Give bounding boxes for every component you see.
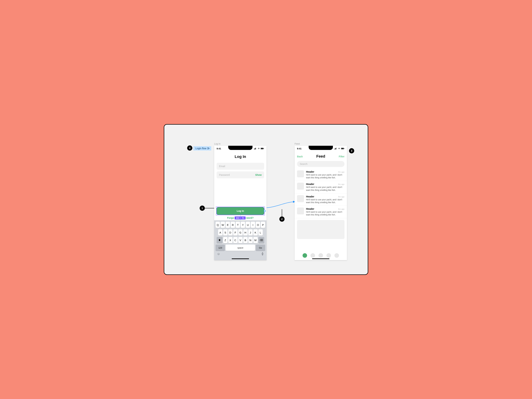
go-key[interactable]: Go: [256, 245, 265, 251]
svg-rect-11: [335, 148, 335, 149]
callout-1-line: [205, 208, 215, 208]
svg-rect-5: [256, 148, 256, 149]
battery-icon: [261, 148, 264, 149]
status-time: 9:41: [217, 147, 221, 150]
feed-item-time: 8m ago: [338, 171, 344, 173]
wifi-icon: [258, 148, 260, 149]
feed-thumb: [297, 170, 304, 177]
key-j[interactable]: J: [248, 229, 253, 235]
key-d[interactable]: D: [228, 229, 233, 235]
search-input[interactable]: Search: [297, 161, 344, 167]
selection-handle-ne[interactable]: [263, 206, 265, 208]
feed-frame[interactable]: 9:41 Back Feed Filter Search Header8m ag…: [295, 146, 347, 260]
dimension-badge: 343 × 51: [235, 216, 246, 219]
key-c[interactable]: C: [233, 237, 238, 243]
callout-3: 3: [349, 148, 354, 153]
key-l[interactable]: L: [258, 229, 263, 235]
key-w[interactable]: W: [221, 222, 225, 228]
key-g[interactable]: G: [238, 229, 243, 235]
key-t[interactable]: T: [236, 222, 240, 228]
key-v[interactable]: V: [238, 237, 243, 243]
forgot-password-link[interactable]: Forgo 343 × 51 word?: [214, 216, 266, 219]
feed-item-header: Header: [306, 195, 314, 198]
feed-item-body: He'll want to use your yacht, and I don'…: [306, 211, 344, 216]
tab-1[interactable]: [303, 253, 307, 258]
feed-item[interactable]: Header8m agoHe'll want to use your yacht…: [295, 193, 347, 206]
key-k[interactable]: K: [253, 229, 258, 235]
key-x[interactable]: X: [228, 237, 233, 243]
key-q[interactable]: Q: [215, 222, 220, 228]
email-field[interactable]: Email: [217, 163, 264, 170]
prototype-node[interactable]: [264, 210, 266, 212]
key-s[interactable]: S: [223, 229, 228, 235]
mic-icon[interactable]: [261, 252, 264, 256]
selection-handle-se[interactable]: [263, 214, 265, 215]
tab-5[interactable]: [335, 253, 339, 258]
play-icon: [207, 147, 209, 149]
phone-notch: [228, 146, 253, 150]
feed-thumb: [297, 195, 304, 202]
key-y[interactable]: Y: [241, 222, 245, 228]
signal-icon: [335, 148, 337, 149]
ios-keyboard: QWERTYUIOP ASDFGHJKL ZXCVBNM 123 space G…: [214, 220, 266, 260]
login-frame[interactable]: 9:41 Log In Email Password Show Log In F…: [214, 146, 266, 260]
backspace-key[interactable]: [258, 237, 264, 243]
key-h[interactable]: H: [243, 229, 248, 235]
shift-icon: [218, 239, 221, 241]
shift-key[interactable]: [217, 237, 222, 243]
key-f[interactable]: F: [233, 229, 238, 235]
tab-4[interactable]: [326, 253, 331, 258]
emoji-icon[interactable]: ☺: [217, 252, 220, 256]
feed-item-body: He'll want to use your yacht, and I don'…: [306, 198, 344, 204]
key-e[interactable]: E: [226, 222, 230, 228]
key-a[interactable]: A: [218, 229, 222, 235]
feed-item-body: He'll want to use your yacht, and I don'…: [306, 173, 344, 179]
feed-item-header: Header: [306, 170, 314, 173]
feed-item[interactable]: Header8m agoHe'll want to use your yacht…: [295, 169, 347, 181]
key-r[interactable]: R: [231, 222, 235, 228]
numeric-key[interactable]: 123: [215, 245, 225, 251]
wifi-icon: [338, 148, 340, 149]
back-link[interactable]: Back: [297, 155, 303, 158]
key-n[interactable]: N: [248, 237, 253, 243]
show-password-link[interactable]: Show: [255, 173, 262, 176]
feed-item-time: 8m ago: [338, 183, 344, 185]
key-o[interactable]: O: [256, 222, 260, 228]
tab-2[interactable]: [310, 253, 315, 258]
feed-item-header: Header: [306, 183, 314, 185]
space-key[interactable]: space: [226, 245, 255, 251]
svg-rect-15: [341, 148, 344, 149]
tab-3[interactable]: [318, 253, 323, 258]
feed-item[interactable]: Header8m agoHe'll want to use your yacht…: [295, 181, 347, 193]
filter-link[interactable]: Filter: [339, 155, 344, 158]
key-z[interactable]: Z: [223, 237, 228, 243]
flow-chip[interactable]: Login flow: [193, 146, 211, 151]
selection-handle-nw[interactable]: [216, 206, 217, 208]
key-i[interactable]: I: [251, 222, 255, 228]
flow-chip-label: Login flow: [196, 147, 206, 150]
frame-label-feed: Feed: [295, 142, 300, 145]
feed-item-header: Header: [306, 208, 314, 210]
feed-thumb: [297, 208, 304, 214]
feed-item[interactable]: Header8m agoHe'll want to use your yacht…: [295, 206, 347, 218]
battery-icon: [341, 148, 344, 149]
feed-item-body: He'll want to use your yacht, and I don'…: [306, 186, 344, 191]
key-m[interactable]: M: [253, 237, 258, 243]
key-b[interactable]: B: [243, 237, 248, 243]
password-field[interactable]: Password Show: [217, 171, 264, 178]
selection-handle-sw[interactable]: [216, 214, 217, 215]
feed-item-time: 8m ago: [338, 208, 344, 210]
svg-rect-13: [336, 148, 336, 149]
key-p[interactable]: P: [261, 222, 265, 228]
key-u[interactable]: U: [246, 222, 250, 228]
home-indicator: [232, 259, 249, 259]
svg-rect-10: [335, 149, 335, 149]
feed-title: Feed: [316, 154, 325, 158]
tab-bar: [295, 253, 347, 258]
svg-marker-0: [208, 147, 209, 149]
login-button[interactable]: Log In: [217, 207, 264, 215]
feed-item-time: 8m ago: [338, 196, 344, 198]
svg-rect-16: [344, 148, 344, 149]
feed-card-placeholder: [297, 220, 344, 239]
svg-rect-9: [262, 252, 263, 254]
